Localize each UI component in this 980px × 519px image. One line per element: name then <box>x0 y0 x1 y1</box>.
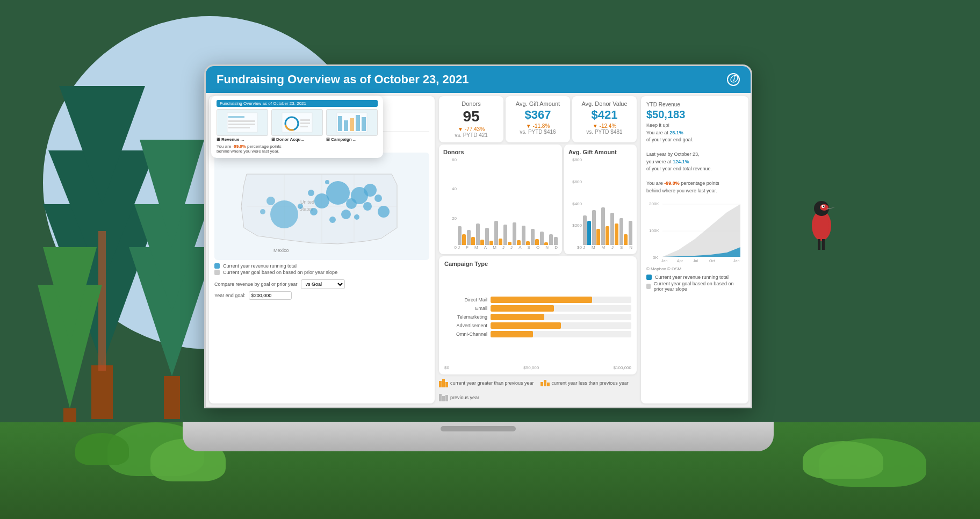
svg-text:Jan: Jan <box>661 259 667 263</box>
svg-point-29 <box>363 202 372 211</box>
area-legend-blue-label: Current year revenue running total <box>655 275 729 280</box>
avg-gift-pct: -11.8% <box>533 123 550 129</box>
avg-gift-chart-title: Avg. Gift Amount <box>568 149 632 155</box>
svg-text:Jul: Jul <box>693 259 698 263</box>
kpi-avg-gift: Avg. Gift Amount $367 ▼-11.8% vs. PYTD $… <box>506 96 570 142</box>
hbar-omni: Omni-Channel <box>444 331 631 337</box>
svg-point-37 <box>308 190 314 196</box>
thumb-1-svg <box>226 112 258 133</box>
avg-donor-pct: -12.4% <box>600 123 617 129</box>
bar-a1 <box>485 228 493 245</box>
svg-rect-20 <box>822 239 825 250</box>
svg-rect-55 <box>228 120 255 122</box>
map-legend-color-1 <box>214 263 220 269</box>
thumb-2-text: Donor Acqu... <box>276 137 304 142</box>
svg-point-24 <box>326 181 350 205</box>
kpi-avg-donor-label: Avg. Donor Value <box>581 100 627 107</box>
legend-gray: previous year <box>439 394 479 401</box>
svg-rect-56 <box>228 124 255 125</box>
hbar-fill-omni <box>491 331 533 337</box>
right-column: YTD Revenue $50,183 Keep it up! You are … <box>641 96 748 403</box>
svg-point-41 <box>260 209 265 214</box>
goal-input[interactable] <box>249 291 292 300</box>
svg-point-40 <box>266 197 275 205</box>
compare-select[interactable]: vs Goal vs Prior Year <box>301 279 345 289</box>
legend-orange-less: current year less than previous year <box>541 379 629 387</box>
avg-gift-y-axis: $800 $600 $400 $200 $0 <box>568 157 582 250</box>
ytd-detail-label: YTD Revenue <box>646 102 743 107</box>
area-chart-legend: Current year revenue running total Curre… <box>646 275 743 292</box>
info-icon[interactable]: ⓘ <box>727 73 740 86</box>
avg-gift-chart-inner: JMMJSN <box>583 157 632 250</box>
area-legend-gray: Current year goal based on based on prio… <box>646 281 743 292</box>
thumb-3-label: ⊞ Campaign ... <box>326 137 378 142</box>
us-map-svg: Mexico United States <box>214 153 429 260</box>
kpi-avg-gift-value: $367 <box>525 108 551 122</box>
legend-label-1: current year greater than previous year <box>450 380 534 386</box>
thumb-1-label: ⊞ Revenue ... <box>217 137 268 142</box>
map-control-goal: Year end goal: <box>214 291 429 300</box>
kpi-avg-donor-value: $421 <box>592 108 618 122</box>
hbar-label-tele: Telemarketing <box>444 314 487 320</box>
area-chart-container: 200K 100K 0K Jan <box>646 199 743 398</box>
kpi-avg-donor-vs: vs. PYTD $481 <box>586 129 622 135</box>
legend-orange-bars-2 <box>541 380 550 386</box>
thumb-2: ⊞ Donor Acqu... <box>271 109 323 142</box>
donors-y-axis: 60 40 20 0 <box>443 157 457 250</box>
svg-point-33 <box>374 194 382 202</box>
svg-rect-19 <box>818 239 820 250</box>
legend-orange-greater: current year greater than previous year <box>439 379 534 387</box>
svg-point-28 <box>364 184 377 197</box>
chart-row-1: Donors 60 40 20 0 <box>439 145 637 254</box>
svg-rect-61 <box>300 119 310 121</box>
bar-n <box>549 234 553 245</box>
svg-text:0K: 0K <box>653 255 658 260</box>
ytd-red-pct2: -99.0% <box>664 181 680 186</box>
legend-label-2: current year less than previous year <box>552 380 629 386</box>
hbar-direct-mail: Direct Mail <box>444 297 631 303</box>
thumb-3: ⊞ Campaign ... <box>326 109 378 142</box>
hbar-track-email <box>491 305 631 312</box>
laptop-screen: Fundraising Overview as of October 23, 2… <box>204 64 752 408</box>
thumb-3-img <box>326 109 378 136</box>
hbar-advertisement: Advertisement <box>444 322 631 329</box>
svg-text:200K: 200K <box>649 201 659 206</box>
kpi-avg-gift-vs: vs. PYTD $416 <box>520 129 556 135</box>
donors-change-triangle: ▼ <box>458 126 463 132</box>
thumbnail-row: ⊞ Revenue ... <box>217 109 378 142</box>
campaign-chart-title: Campaign Type <box>444 261 631 267</box>
svg-text:Jan: Jan <box>733 259 739 263</box>
hbar-fill-ad <box>491 322 561 329</box>
hbar-label-email: Email <box>444 306 487 311</box>
svg-text:United: United <box>300 199 314 205</box>
donors-chart-card: Donors 60 40 20 0 <box>439 145 562 254</box>
bar-m2 <box>494 221 502 245</box>
campaign-hbar-chart: Direct Mail Email <box>444 269 631 364</box>
area-legend-blue: Current year revenue running total <box>646 275 743 280</box>
thumbnail-panel: Fundraising Overview as of October 23, 2… <box>211 96 383 158</box>
area-legend-gray-dot <box>646 284 651 289</box>
map-legend-label-1: Current year revenue running total <box>223 263 297 269</box>
kpi-avg-gift-label: Avg. Gift Amount <box>516 100 560 107</box>
legend-orange-bars <box>439 379 448 387</box>
svg-point-38 <box>325 180 329 184</box>
hbar-telemarketing: Telemarketing <box>444 314 631 320</box>
thumb-note-pct: -99.0% <box>233 144 246 149</box>
svg-text:Oct: Oct <box>709 259 715 263</box>
bar-o <box>540 232 548 245</box>
donors-bar-chart <box>458 157 558 245</box>
map-legend-item-1: Current year revenue running total <box>214 263 429 269</box>
hbar-track-omni <box>491 331 631 337</box>
thumb-1-img <box>217 109 268 136</box>
kpi-donors-change: ▼ -77.43% <box>458 126 485 132</box>
legend-label-3: previous year <box>450 395 479 400</box>
avg-bar-j <box>583 215 591 245</box>
hbar-track-tele <box>491 314 631 320</box>
hbar-track-direct <box>491 297 631 303</box>
map-legend-color-2 <box>214 270 220 275</box>
chart-copyright: © Mapbox © OSM <box>646 266 743 271</box>
donors-chart-inner: JFMAMJJASOND <box>458 157 558 250</box>
svg-point-32 <box>354 214 359 220</box>
hbar-fill-email <box>491 305 554 312</box>
dashboard-title: Fundraising Overview as of October 23, 2… <box>217 73 469 86</box>
